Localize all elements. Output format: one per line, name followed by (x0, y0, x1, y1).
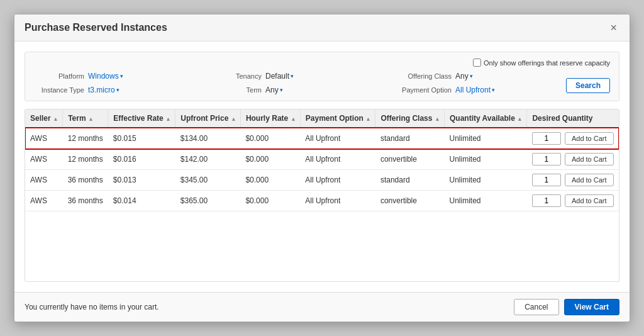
platform-dropdown[interactable]: Windows ▾ (88, 72, 123, 81)
table-header-row: Seller ▴ Term ▴ Effective Rate ▴ Upfront… (25, 109, 619, 128)
capacity-checkbox-input[interactable] (473, 59, 481, 67)
instance-type-value: t3.micro (88, 86, 115, 94)
cell-quantity_available: Unlimited (445, 170, 527, 191)
cell-upfront_price: $345.00 (175, 170, 241, 191)
offering-class-value: Any (455, 72, 469, 81)
offering-class-sort-icon: ▴ (436, 116, 439, 122)
col-header-seller[interactable]: Seller ▴ (25, 109, 63, 128)
cell-effective_rate: $0.015 (108, 128, 175, 149)
filter-offering-class-row: Offering Class Any ▾ (389, 72, 566, 81)
table-header: Seller ▴ Term ▴ Effective Rate ▴ Upfront… (25, 109, 619, 128)
cell-offering_class: standard (375, 128, 445, 149)
cell-term: 36 months (63, 170, 108, 191)
term-chevron-icon: ▾ (280, 87, 283, 93)
filter-section: Only show offerings that reserve capacit… (25, 52, 619, 101)
modal-header: Purchase Reserved Instances × (14, 14, 630, 42)
instance-type-label: Instance Type (34, 86, 84, 94)
results-table-container: Seller ▴ Term ▴ Effective Rate ▴ Upfront… (25, 109, 619, 282)
capacity-checkbox-text: Only show offerings that reserve capacit… (484, 59, 610, 67)
filter-right-col: Offering Class Any ▾ Payment Option All … (389, 72, 566, 94)
payment-option-chevron-icon: ▾ (492, 87, 495, 93)
seller-sort-icon: ▴ (54, 116, 57, 122)
cell-hourly_rate: $0.000 (240, 149, 300, 170)
cell-term: 12 months (63, 128, 108, 149)
platform-value: Windows (88, 72, 119, 81)
modal-footer: You currently have no items in your cart… (14, 292, 630, 322)
term-label: Term (211, 86, 262, 94)
cell-hourly_rate: $0.000 (240, 191, 300, 211)
col-header-offering-class[interactable]: Offering Class ▴ (375, 109, 445, 128)
cell-seller: AWS (25, 149, 63, 170)
quantity-available-sort-icon: ▴ (518, 116, 521, 122)
cell-payment_option: All Upfront (300, 191, 375, 211)
tenancy-label: Tenancy (211, 72, 262, 80)
cell-quantity_available: Unlimited (445, 191, 527, 211)
filter-term-row: Term Any ▾ (211, 86, 389, 94)
cell-hourly_rate: $0.000 (240, 170, 300, 191)
cell-upfront_price: $365.00 (175, 191, 241, 211)
footer-buttons: Cancel View Cart (514, 299, 619, 315)
payment-option-label: Payment Option (389, 86, 452, 94)
upfront-price-sort-icon: ▴ (232, 116, 235, 122)
cart-status-text: You currently have no items in your cart… (25, 303, 159, 311)
table-row: AWS36 months$0.014$365.00$0.000All Upfro… (25, 191, 619, 211)
cell-payment_option: All Upfront (300, 149, 375, 170)
cell-desired-quantity: Add to Cart (527, 170, 619, 190)
filter-instance-type-row: Instance Type t3.micro ▾ (34, 86, 211, 94)
tenancy-value: Default (265, 72, 289, 81)
view-cart-button[interactable]: View Cart (564, 299, 619, 315)
search-button[interactable]: Search (566, 78, 610, 93)
cell-seller: AWS (25, 191, 63, 211)
cell-effective_rate: $0.014 (108, 191, 175, 211)
col-header-hourly-rate[interactable]: Hourly Rate ▴ (240, 109, 300, 128)
cell-payment_option: All Upfront (300, 128, 375, 149)
term-dropdown[interactable]: Any ▾ (265, 86, 283, 94)
payment-option-dropdown[interactable]: All Upfront ▾ (455, 86, 495, 94)
cell-term: 36 months (63, 191, 108, 211)
col-header-payment-option[interactable]: Payment Option ▴ (300, 109, 375, 128)
filter-rows: Platform Windows ▾ Instance Type t3.micr… (34, 72, 610, 94)
cell-offering_class: standard (375, 170, 445, 191)
quantity-input[interactable] (532, 194, 561, 207)
filter-top-row: Only show offerings that reserve capacit… (34, 59, 610, 67)
cell-upfront_price: $134.00 (175, 128, 241, 149)
cell-offering_class: convertible (375, 191, 445, 211)
add-to-cart-button[interactable]: Add to Cart (565, 153, 614, 165)
col-header-quantity-available[interactable]: Quantity Available ▴ (445, 109, 527, 128)
col-header-term[interactable]: Term ▴ (63, 109, 108, 128)
col-header-upfront-price[interactable]: Upfront Price ▴ (175, 109, 241, 128)
table-row: AWS12 months$0.016$142.00$0.000All Upfro… (25, 149, 619, 170)
add-to-cart-button[interactable]: Add to Cart (565, 174, 614, 186)
filter-left-col: Platform Windows ▾ Instance Type t3.micr… (34, 72, 211, 94)
cell-desired-quantity: Add to Cart (527, 191, 619, 211)
quantity-input[interactable] (532, 132, 561, 145)
filter-payment-option-row: Payment Option All Upfront ▾ (389, 86, 566, 94)
col-header-effective-rate[interactable]: Effective Rate ▴ (108, 109, 175, 128)
offering-class-dropdown[interactable]: Any ▾ (455, 72, 473, 81)
table-body: AWS12 months$0.015$134.00$0.000All Upfro… (25, 128, 619, 211)
close-button[interactable]: × (608, 22, 619, 33)
platform-label: Platform (34, 72, 84, 80)
cancel-button[interactable]: Cancel (514, 299, 558, 315)
capacity-checkbox-label[interactable]: Only show offerings that reserve capacit… (473, 59, 610, 67)
platform-chevron-icon: ▾ (120, 73, 123, 79)
instance-type-dropdown[interactable]: t3.micro ▾ (88, 86, 119, 94)
add-to-cart-button[interactable]: Add to Cart (565, 132, 614, 145)
cell-seller: AWS (25, 128, 63, 149)
tenancy-dropdown[interactable]: Default ▾ (265, 72, 294, 81)
offering-class-label: Offering Class (389, 72, 452, 80)
cell-desired-quantity: Add to Cart (527, 128, 619, 148)
quantity-input[interactable] (532, 153, 561, 165)
payment-option-value: All Upfront (455, 86, 491, 94)
quantity-input[interactable] (532, 174, 561, 186)
effective-rate-sort-icon: ▴ (167, 116, 170, 122)
cell-upfront_price: $142.00 (175, 149, 241, 170)
add-to-cart-button[interactable]: Add to Cart (565, 194, 614, 207)
cell-quantity_available: Unlimited (445, 149, 527, 170)
payment-option-sort-icon: ▴ (367, 116, 370, 122)
filter-platform-row: Platform Windows ▾ (34, 72, 211, 81)
cell-desired-quantity: Add to Cart (527, 149, 619, 169)
cell-quantity_available: Unlimited (445, 128, 527, 149)
table-row: AWS36 months$0.013$345.00$0.000All Upfro… (25, 170, 619, 191)
filter-search-col: Search (566, 72, 610, 94)
